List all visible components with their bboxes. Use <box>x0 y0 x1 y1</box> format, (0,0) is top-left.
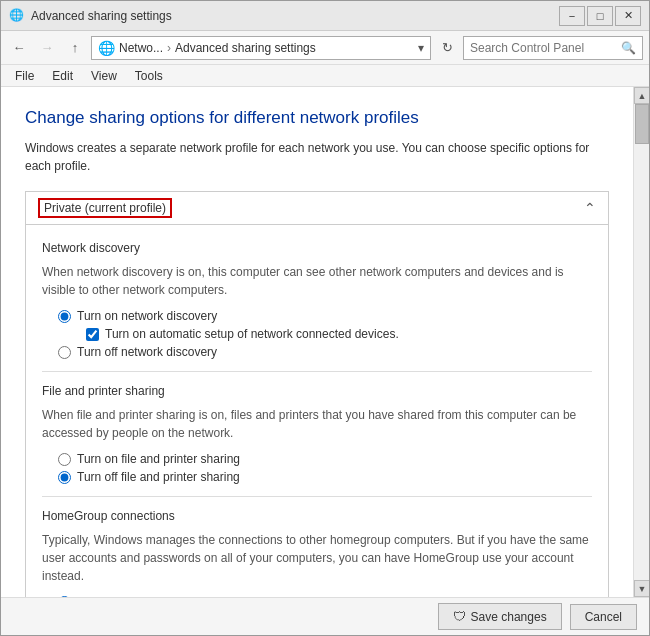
menu-file[interactable]: File <box>7 67 42 85</box>
divider-2 <box>42 496 592 497</box>
save-button[interactable]: 🛡 Save changes <box>438 603 562 630</box>
profile-collapse-icon: ⌃ <box>584 200 596 216</box>
profile-header-text: Private (current profile) <box>44 201 166 215</box>
search-input[interactable] <box>470 41 621 55</box>
radio-turn-off-discovery-input[interactable] <box>58 346 71 359</box>
content-area: Change sharing options for different net… <box>1 87 649 597</box>
network-icon: 🌐 <box>98 40 115 56</box>
page-title: Change sharing options for different net… <box>25 107 609 129</box>
main-content: Change sharing options for different net… <box>1 87 633 597</box>
menu-tools[interactable]: Tools <box>127 67 171 85</box>
search-box: 🔍 <box>463 36 643 60</box>
scrollbar: ▲ ▼ <box>633 87 649 597</box>
profile-header[interactable]: Private (current profile) ⌃ <box>26 192 608 225</box>
radio-turn-off-fileshare: Turn off file and printer sharing <box>58 470 592 484</box>
window: 🌐 Advanced sharing settings − □ ✕ ← → ↑ … <box>0 0 650 636</box>
title-bar: 🌐 Advanced sharing settings − □ ✕ <box>1 1 649 31</box>
radio-turn-off-discovery-label: Turn off network discovery <box>77 345 217 359</box>
search-icon[interactable]: 🔍 <box>621 41 636 55</box>
scrollbar-down-button[interactable]: ▼ <box>634 580 649 597</box>
radio-turn-on-fileshare-label: Turn on file and printer sharing <box>77 452 240 466</box>
window-controls: − □ ✕ <box>559 6 641 26</box>
homegroup-desc: Typically, Windows manages the connectio… <box>42 531 592 585</box>
scrollbar-up-button[interactable]: ▲ <box>634 87 649 104</box>
section-body: Network discovery When network discovery… <box>26 225 608 597</box>
radio-turn-on-discovery-label: Turn on network discovery <box>77 309 217 323</box>
menu-view[interactable]: View <box>83 67 125 85</box>
profile-header-label-wrapper: Private (current profile) <box>38 198 172 218</box>
profile-section: Private (current profile) ⌃ Network disc… <box>25 191 609 597</box>
network-discovery-options: Turn on network discovery Turn on automa… <box>58 309 592 359</box>
address-dropdown-icon[interactable]: ▾ <box>418 41 424 55</box>
homegroup-title: HomeGroup connections <box>42 509 592 523</box>
address-path: Netwo... <box>119 41 163 55</box>
checkbox-auto-setup-input[interactable] <box>86 328 99 341</box>
menu-edit[interactable]: Edit <box>44 67 81 85</box>
menu-bar: File Edit View Tools <box>1 65 649 87</box>
save-button-label: Save changes <box>471 610 547 624</box>
network-discovery-desc: When network discovery is on, this compu… <box>42 263 592 299</box>
bottom-bar: 🛡 Save changes Cancel <box>1 597 649 635</box>
scrollbar-track <box>634 104 649 580</box>
radio-turn-off-discovery: Turn off network discovery <box>58 345 592 359</box>
window-icon: 🌐 <box>9 8 25 24</box>
page-subtitle: Windows creates a separate network profi… <box>25 139 609 175</box>
refresh-button[interactable]: ↻ <box>435 36 459 60</box>
address-separator: › <box>167 41 171 55</box>
radio-turn-on-discovery: Turn on network discovery <box>58 309 592 323</box>
network-discovery-title: Network discovery <box>42 241 592 255</box>
radio-turn-on-fileshare: Turn on file and printer sharing <box>58 452 592 466</box>
address-bar: 🌐 Netwo... › Advanced sharing settings ▾ <box>91 36 431 60</box>
radio-turn-on-discovery-input[interactable] <box>58 310 71 323</box>
back-button[interactable]: ← <box>7 36 31 60</box>
checkbox-auto-setup: Turn on automatic setup of network conne… <box>86 327 592 341</box>
file-printer-title: File and printer sharing <box>42 384 592 398</box>
divider-1 <box>42 371 592 372</box>
radio-turn-off-fileshare-input[interactable] <box>58 471 71 484</box>
minimize-button[interactable]: − <box>559 6 585 26</box>
address-current: Advanced sharing settings <box>175 41 316 55</box>
maximize-button[interactable]: □ <box>587 6 613 26</box>
shield-icon: 🛡 <box>453 609 466 624</box>
file-printer-desc: When file and printer sharing is on, fil… <box>42 406 592 442</box>
radio-turn-on-fileshare-input[interactable] <box>58 453 71 466</box>
forward-button[interactable]: → <box>35 36 59 60</box>
file-printer-options: Turn on file and printer sharing Turn of… <box>58 452 592 484</box>
up-button[interactable]: ↑ <box>63 36 87 60</box>
close-button[interactable]: ✕ <box>615 6 641 26</box>
radio-turn-off-fileshare-label: Turn off file and printer sharing <box>77 470 240 484</box>
cancel-button[interactable]: Cancel <box>570 604 637 630</box>
window-title: Advanced sharing settings <box>31 9 559 23</box>
scrollbar-thumb[interactable] <box>635 104 649 144</box>
nav-bar: ← → ↑ 🌐 Netwo... › Advanced sharing sett… <box>1 31 649 65</box>
checkbox-auto-setup-label: Turn on automatic setup of network conne… <box>105 327 399 341</box>
